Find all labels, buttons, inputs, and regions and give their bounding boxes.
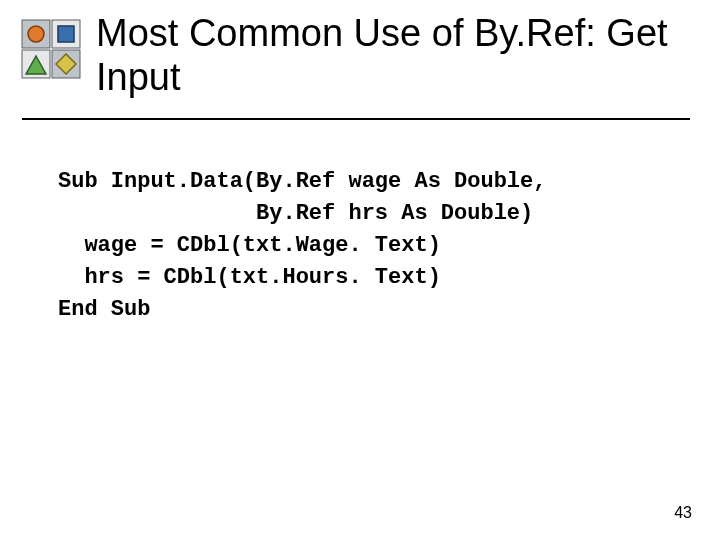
svg-rect-5 [58, 26, 74, 42]
code-block: Sub Input.Data(By.Ref wage As Double, By… [58, 166, 680, 325]
slide: Most Common Use of By.Ref: Get Input Sub… [0, 0, 720, 540]
slide-header: Most Common Use of By.Ref: Get Input [20, 12, 690, 99]
slide-title: Most Common Use of By.Ref: Get Input [96, 12, 690, 99]
title-divider [22, 118, 690, 120]
code-line: hrs = CDbl(txt.Hours. Text) [58, 265, 441, 290]
code-line: wage = CDbl(txt.Wage. Text) [58, 233, 441, 258]
shapes-logo-icon [20, 18, 84, 82]
svg-point-4 [28, 26, 44, 42]
code-line: End Sub [58, 297, 150, 322]
code-line: Sub Input.Data(By.Ref wage As Double, [58, 169, 546, 194]
code-line: By.Ref hrs As Double) [58, 201, 533, 226]
page-number: 43 [674, 504, 692, 522]
